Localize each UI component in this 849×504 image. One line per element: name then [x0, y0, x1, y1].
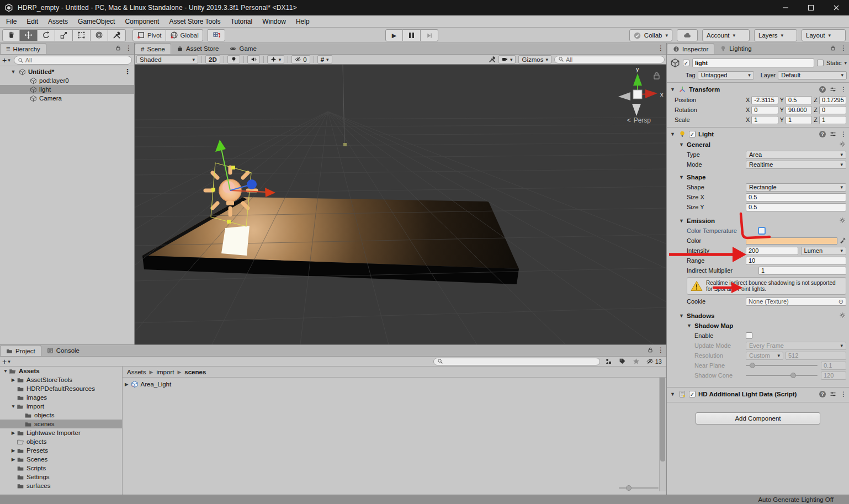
project-tree-item-objects[interactable]: objects: [0, 437, 122, 446]
project-tree-item-lightwave-importer[interactable]: ▶Lightwave Importer: [0, 428, 122, 437]
shadow-cone-slider[interactable]: 120: [746, 372, 846, 380]
breadcrumb-item-import[interactable]: import: [156, 369, 174, 375]
project-tree-item-assets[interactable]: ▼Assets: [0, 367, 122, 375]
tab-hierarchy[interactable]: ≡ Hierarchy: [0, 43, 46, 54]
emission-section-header[interactable]: ▼Emission: [667, 216, 849, 226]
indirect-multiplier-field[interactable]: 1: [758, 267, 846, 275]
menu-item-assets[interactable]: Assets: [43, 18, 73, 25]
tag-dropdown[interactable]: Untagged▾: [698, 71, 754, 79]
close-button[interactable]: [824, 0, 849, 15]
component-tools-icon[interactable]: [489, 56, 496, 63]
color-swatch[interactable]: [746, 237, 837, 245]
pivot-toggle-button[interactable]: Pivot: [132, 29, 166, 41]
object-name-field[interactable]: light: [692, 59, 814, 67]
search-by-type-icon[interactable]: [605, 358, 612, 365]
minimize-button[interactable]: [773, 0, 798, 15]
grid-visibility-dropdown[interactable]: #▾: [317, 55, 332, 63]
asset-item-area-light[interactable]: ▶ Area_Light: [125, 380, 666, 389]
rotation-y-field[interactable]: 90.000: [786, 106, 812, 114]
project-tree-item-surfaces[interactable]: surfaces: [0, 481, 122, 490]
project-tree-item-import[interactable]: ▼import: [0, 402, 122, 411]
scene-search-input[interactable]: [566, 56, 661, 63]
play-button[interactable]: ▶: [385, 29, 403, 41]
kebab-menu-icon[interactable]: ⋮: [657, 347, 664, 353]
tab-asset-store[interactable]: Asset Store: [171, 43, 224, 54]
project-tree-item-scenes[interactable]: scenes: [0, 420, 122, 428]
rotation-z-field[interactable]: 0: [819, 106, 846, 114]
tab-console[interactable]: Console: [41, 345, 85, 356]
component-enabled-checkbox[interactable]: ✓: [689, 391, 696, 397]
shadows-section-header[interactable]: ▼Shadows: [667, 311, 849, 321]
hierarchy-scene-row[interactable]: ▼ Untitled* ⋮: [0, 67, 134, 76]
project-search-input[interactable]: [445, 358, 596, 365]
foldout-open-icon[interactable]: ▼: [670, 131, 676, 137]
size-y-field[interactable]: 0.5: [746, 203, 846, 211]
help-icon[interactable]: ?: [819, 391, 826, 397]
scene-viewport[interactable]: y x < Persp: [135, 65, 666, 344]
presets-icon[interactable]: [830, 131, 836, 137]
custom-tool-button[interactable]: [108, 29, 126, 41]
tab-game[interactable]: Game: [224, 43, 262, 54]
global-toggle-button[interactable]: Global: [166, 29, 203, 41]
scale-y-field[interactable]: 1: [786, 116, 812, 124]
object-picker-icon[interactable]: ⊙: [839, 298, 843, 305]
hierarchy-search-input[interactable]: [25, 57, 128, 63]
static-checkbox[interactable]: [817, 60, 824, 66]
kebab-menu-icon[interactable]: ⋮: [125, 45, 132, 51]
intensity-unit-dropdown[interactable]: Lumen▾: [801, 247, 846, 255]
rotate-tool-button[interactable]: [38, 29, 55, 41]
shape-section-header[interactable]: ▼Shape: [667, 172, 849, 182]
hidden-count-toggle[interactable]: 13: [646, 358, 662, 365]
rotation-x-field[interactable]: 0: [751, 106, 778, 114]
menu-item-file[interactable]: File: [1, 18, 22, 25]
shape-dropdown[interactable]: Rectangle▾: [746, 183, 846, 192]
position-x-field[interactable]: -2.3115: [751, 96, 778, 104]
grid-snap-button[interactable]: [208, 29, 225, 41]
layout-dropdown[interactable]: Layout▾: [802, 29, 846, 41]
tab-lighting[interactable]: Lighting: [714, 43, 757, 54]
menu-item-asset-store-tools[interactable]: Asset Store Tools: [164, 18, 225, 25]
advanced-settings-gear-icon[interactable]: [839, 217, 846, 225]
menu-item-help[interactable]: Help: [291, 18, 315, 25]
tab-scene[interactable]: #Scene: [135, 43, 171, 54]
asset-zoom-slider[interactable]: [619, 485, 659, 491]
status-bar[interactable]: Auto Generate Lighting Off: [0, 495, 849, 504]
presets-icon[interactable]: [830, 391, 836, 397]
scale-z-field[interactable]: 1: [819, 116, 846, 124]
foldout-closed-icon[interactable]: ▶: [10, 430, 17, 436]
move-tool-button[interactable]: [20, 29, 38, 41]
gizmo-center-cube[interactable]: [633, 90, 642, 99]
foldout-closed-icon[interactable]: ▶: [125, 381, 129, 387]
kebab-menu-icon[interactable]: ⋮: [657, 45, 664, 51]
intensity-field[interactable]: 200: [746, 247, 798, 255]
eyedropper-icon[interactable]: [840, 237, 846, 245]
update-mode-dropdown[interactable]: Every Frame▾: [746, 342, 846, 350]
gizmos-dropdown[interactable]: Gizmos▾: [518, 55, 551, 63]
menu-item-edit[interactable]: Edit: [22, 18, 43, 25]
transform-tool-button[interactable]: [91, 29, 108, 41]
project-tree-item-presets[interactable]: ▶Presets: [0, 446, 122, 455]
foldout-closed-icon[interactable]: ▶: [10, 377, 17, 383]
static-dropdown-caret[interactable]: ▾: [844, 60, 847, 66]
foldout-closed-icon[interactable]: ▶: [10, 448, 17, 453]
foldout-closed-icon[interactable]: ▶: [10, 457, 17, 462]
hierarchy-item-camera[interactable]: Camera: [0, 94, 134, 103]
lock-icon[interactable]: [647, 347, 654, 353]
scene-lighting-toggle[interactable]: [227, 55, 240, 63]
add-object-button[interactable]: +▾: [2, 56, 10, 65]
scale-tool-button[interactable]: [55, 29, 73, 41]
scene-camera-dropdown[interactable]: ▾: [498, 55, 516, 63]
project-tree-item-hdrpdefaultresources[interactable]: HDRPDefaultResources: [0, 384, 122, 393]
cloud-button[interactable]: [677, 29, 698, 41]
maximize-button[interactable]: [798, 0, 824, 15]
layers-dropdown[interactable]: Layers▾: [754, 29, 797, 41]
resolution-mode-dropdown[interactable]: Custom▾: [746, 352, 783, 360]
light-enabled-checkbox[interactable]: ✓: [689, 131, 696, 137]
range-field[interactable]: 10: [746, 257, 846, 265]
scale-x-field[interactable]: 1: [751, 116, 778, 124]
hidden-objects-toggle[interactable]: 0: [291, 55, 310, 63]
advanced-settings-gear-icon[interactable]: [839, 312, 846, 320]
menu-item-component[interactable]: Component: [120, 18, 164, 25]
size-x-field[interactable]: 0.5: [746, 193, 846, 201]
kebab-menu-icon[interactable]: ⋮: [840, 391, 847, 397]
